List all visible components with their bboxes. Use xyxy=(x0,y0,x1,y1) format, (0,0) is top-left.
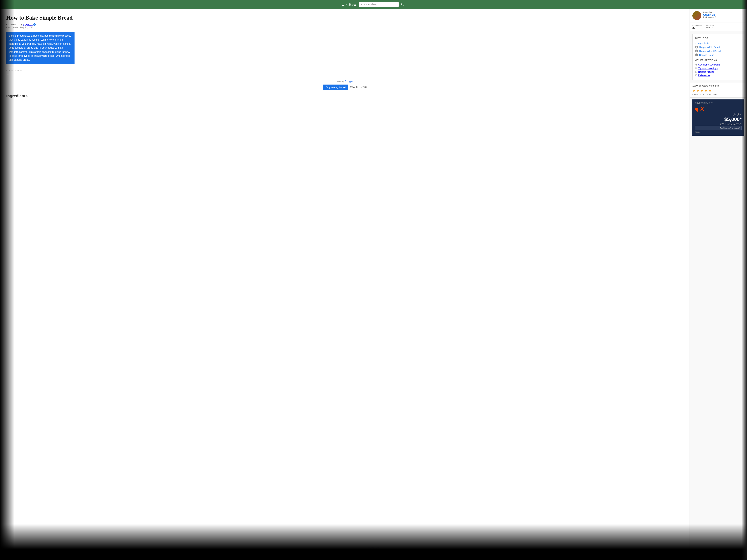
browser-content: How to Bake Simple Bread Co-authored by … xyxy=(0,9,747,552)
ad-controls: Stop seeing this ad Why this ad? ⓘ xyxy=(6,84,683,90)
wikihow-logo[interactable]: wikiHow xyxy=(341,2,356,7)
article-intro: Baking bread takes a little time, but it… xyxy=(6,32,75,64)
taskbar-whatsapp-button[interactable]: 💬 xyxy=(58,553,65,559)
rating-section: 100% of voters found this ★ ★ ★ ★ ★ Clic… xyxy=(690,83,747,98)
logo-how: How xyxy=(349,2,356,7)
banana-bread-link[interactable]: Banana Bread xyxy=(699,54,714,56)
method-item-wheat-bread[interactable]: 2 Simple Wheat Bread xyxy=(695,49,742,53)
coauthors-value: 22 xyxy=(692,26,703,29)
coauthor-title-text: Professional B xyxy=(703,16,744,18)
taskbar-blue2-button[interactable]: 🔵 xyxy=(30,553,36,559)
ingredients-heading: Ingredients xyxy=(6,94,683,98)
other-sections-list: ⑦ Questions & Answers ⓘ Tips and Warning… xyxy=(695,63,742,77)
click-to-vote: Click a star to add your vote xyxy=(692,94,744,96)
star-5[interactable]: ★ xyxy=(708,88,712,93)
taskbar-firefox-button[interactable]: 🦊 xyxy=(51,553,58,559)
ad-section: ADVERTISEMENT ← xyxy=(6,68,683,76)
ads-by-text: Ads by xyxy=(337,80,344,83)
star-4[interactable]: ★ xyxy=(704,88,708,93)
article-main: How to Bake Simple Bread Co-authored by … xyxy=(0,9,690,552)
blue-app-icon: 💠 xyxy=(24,555,27,558)
related-icon: ☐ xyxy=(695,71,697,73)
rating-text: 100% of voters found this xyxy=(692,84,744,87)
qa-item[interactable]: ⑦ Questions & Answers xyxy=(695,63,742,66)
related-item[interactable]: ☐ Related Articles xyxy=(695,70,742,74)
coauthor-name[interactable]: Quynh La xyxy=(703,13,744,16)
references-item[interactable]: ☐ References xyxy=(695,74,742,77)
logo-wiki: wiki xyxy=(341,2,349,7)
star-3[interactable]: ★ xyxy=(700,88,704,93)
coauthor-card: Co-authored i Quynh La Professional B xyxy=(690,9,747,22)
white-bread-link[interactable]: Simple White Bread xyxy=(699,46,720,49)
search-bar-container xyxy=(359,2,406,7)
windows-start-button[interactable]: ⊞ xyxy=(1,553,7,559)
whatsapp-icon: 💬 xyxy=(60,555,63,558)
taskbar-blue-button[interactable]: 💠 xyxy=(22,553,29,559)
co-author-link[interactable]: Quynh L. xyxy=(23,23,33,26)
references-link[interactable]: References xyxy=(698,74,710,77)
stats-row: Co-authors: 22 Updated May 23, xyxy=(690,22,747,31)
method-num-1: 1 xyxy=(695,46,698,49)
tips-icon: ⓘ xyxy=(695,67,697,70)
taskbar-chrome-button[interactable]: 🌐 xyxy=(44,553,50,559)
avatar-image xyxy=(692,11,701,20)
updated-stat: Updated May 23, xyxy=(706,24,714,29)
taskbar-folder-button[interactable]: 📁 xyxy=(15,553,22,559)
ad-arabic-text-2: المتداول بونص (إيداع) xyxy=(695,122,742,125)
firefox-icon: 🦊 xyxy=(53,555,56,558)
coauthor-avatar xyxy=(692,11,701,20)
co-author-name: Quynh L. xyxy=(23,23,33,26)
fx-text: X xyxy=(700,106,704,112)
list-icon: ≡ xyxy=(695,42,696,44)
search-button[interactable] xyxy=(400,2,406,7)
ingredients-link[interactable]: Ingredients xyxy=(697,42,709,45)
taskbar: ⊞ 🎬 📁 💠 🔵 🟣 🌐 🦊 💬 Addres xyxy=(0,552,747,560)
ad-url-bar: https:/... xyxy=(695,131,742,133)
purple-app-icon: 🟣 xyxy=(38,555,42,558)
intro-text: Baking bread takes a little time, but it… xyxy=(9,34,71,61)
star-2[interactable]: ★ xyxy=(696,88,700,93)
rating-percent: 100% xyxy=(692,84,698,87)
method-item-ingredients[interactable]: ≡ Ingredients xyxy=(695,41,742,45)
blue2-app-icon: 🔵 xyxy=(31,555,35,558)
tips-item[interactable]: ⓘ Tips and Warnings xyxy=(695,66,742,70)
fx-logo: X xyxy=(695,106,742,112)
article-title: How to Bake Simple Bread xyxy=(6,15,683,21)
ad-amount: *$5,000 xyxy=(695,116,742,122)
methods-title: METHODS xyxy=(695,37,742,39)
wheat-bread-link[interactable]: Simple Wheat Bread xyxy=(699,50,721,52)
related-link[interactable]: Related Articles xyxy=(698,71,714,73)
coauthors-stat: Co-authors: 22 xyxy=(692,24,703,29)
ad-input-like: للحسابات الإسلامية أيضا xyxy=(695,126,742,130)
qa-icon: ⑦ xyxy=(695,63,697,66)
method-num-3: 3 xyxy=(695,53,698,56)
coauthors-label: Co-authors: xyxy=(692,24,703,26)
taskbar-film-button[interactable]: 🎬 xyxy=(8,553,15,559)
qa-link[interactable]: Questions & Answers xyxy=(698,63,720,66)
method-item-white-bread[interactable]: 1 Simple White Bread xyxy=(695,45,742,49)
rating-text-suffix: of voters found this xyxy=(699,84,719,87)
methods-box: METHODS ≡ Ingredients 1 Simple White Bre… xyxy=(692,34,744,80)
ad-prev-arrow[interactable]: ← xyxy=(6,73,683,76)
tips-link[interactable]: Tips and Warnings xyxy=(698,67,718,70)
stop-seeing-ad-button[interactable]: Stop seeing this ad xyxy=(323,84,349,90)
address-bar-area[interactable]: Addres xyxy=(710,555,746,558)
chrome-icon: 🌐 xyxy=(46,555,49,558)
ad-label: ADVERTISEMENT xyxy=(6,70,683,72)
star-1[interactable]: ★ xyxy=(692,88,696,93)
search-input[interactable] xyxy=(359,2,398,7)
co-authored-line: Co-authored by Quynh L. ✓ xyxy=(6,23,683,26)
windows-icon: ⊞ xyxy=(3,555,5,558)
method-num-2: 2 xyxy=(695,50,698,52)
co-authored-label: Co-authored by xyxy=(6,23,22,26)
method-item-banana-bread[interactable]: 3 Banana Bread xyxy=(695,53,742,57)
stars-container[interactable]: ★ ★ ★ ★ ★ xyxy=(692,88,744,93)
ad-right-label: ADVERTISEMENT xyxy=(695,102,742,104)
why-this-ad-link[interactable]: Why this ad? ⓘ xyxy=(350,86,367,89)
wikihow-header: wikiHow xyxy=(0,0,747,9)
google-logo-text: Google xyxy=(344,80,353,83)
references-icon: ☐ xyxy=(695,74,697,77)
methods-list: ≡ Ingredients 1 Simple White Bread 2 Sim… xyxy=(695,41,742,57)
fx-arrow-icon xyxy=(694,106,700,112)
taskbar-purple-button[interactable]: 🟣 xyxy=(37,553,43,559)
